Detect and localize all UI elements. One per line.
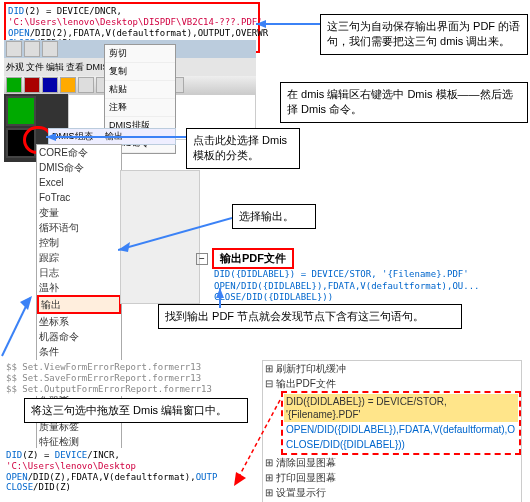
- svg-marker-3: [46, 133, 56, 141]
- collapse-icon[interactable]: −: [196, 253, 208, 265]
- svg-marker-9: [20, 296, 32, 310]
- callout-drag: 将这三句选中拖放至 Dmis 编辑窗口中。: [24, 398, 248, 423]
- pdf-node: − 输出PDF文件 DID({DIDLABEL}) = DEVICE/STOR,…: [196, 248, 496, 304]
- tree-item-output[interactable]: 输出: [37, 295, 121, 314]
- svg-marker-1: [256, 20, 266, 28]
- right-tree[interactable]: ⊞ 刷新打印机缓冲 ⊟ 输出PDF文件 DID({DIDLABEL}) = DE…: [262, 360, 522, 502]
- callout-choose-output: 选择输出。: [232, 204, 316, 229]
- right-tree-did[interactable]: DID({DIDLABEL}) = DEVICE/STOR, '{Filenam…: [284, 394, 518, 422]
- menu-cut[interactable]: 剪切: [105, 45, 175, 63]
- svg-marker-7: [216, 288, 224, 298]
- bottom-left-code-2: DID(Z) = DEVICE/INCR, 'C:\Users\lenovo\D…: [4, 448, 248, 495]
- svg-line-4: [118, 218, 232, 250]
- menu-copy[interactable]: 复制: [105, 63, 175, 81]
- svg-line-10: [236, 400, 280, 482]
- pdf-node-title[interactable]: 输出PDF文件: [212, 248, 294, 269]
- bottom-left-code: $$ Set.ViewFormErrorReport.formerr13 $$ …: [4, 360, 248, 396]
- menu-paste[interactable]: 粘贴: [105, 81, 175, 99]
- menu-comment[interactable]: 注释: [105, 99, 175, 117]
- callout-click-here: 点击此处选择 Dmis 模板的分类。: [186, 128, 300, 169]
- callout-top-right: 这三句为自动保存输出界面为 PDF 的语句，我们需要把这三句 dmis 调出来。: [320, 14, 528, 55]
- callout-mid-right: 在 dmis 编辑区右键选中 Dmis 模板——然后选择 Dmis 命令。: [280, 82, 528, 123]
